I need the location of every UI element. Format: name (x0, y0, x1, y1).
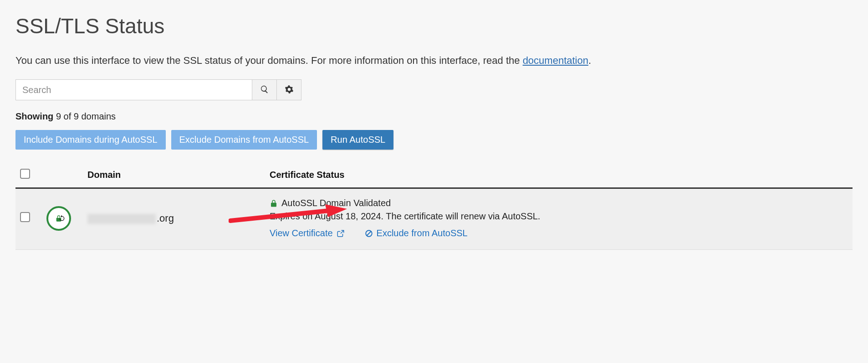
external-link-icon (337, 229, 345, 238)
ssl-status-icon (46, 206, 71, 231)
search-button[interactable] (252, 79, 277, 100)
cert-status-title: AutoSSL Domain Validated (281, 198, 391, 208)
intro-suffix: . (588, 55, 591, 66)
view-cert-label: View Certificate (270, 228, 333, 239)
header-icon-col (43, 163, 84, 188)
header-domain: Domain (84, 163, 266, 188)
domain-tld: .org (157, 213, 174, 224)
intro-text: You can use this interface to view the S… (15, 55, 523, 66)
exclude-from-autossl-link[interactable]: Exclude from AutoSSL (365, 228, 468, 239)
cert-expiry: Expires on August 18, 2024. The certific… (270, 211, 849, 222)
settings-button[interactable] (277, 79, 301, 100)
showing-count: Showing 9 of 9 domains (15, 111, 853, 122)
sync-icon (58, 215, 66, 222)
exclude-domains-button[interactable]: Exclude Domains from AutoSSL (171, 130, 317, 150)
table-row: .org AutoSSL Domain Validated Expires on… (15, 188, 853, 250)
redacted-domain (87, 214, 156, 224)
ban-icon (365, 229, 373, 238)
action-buttons: Include Domains during AutoSSL Exclude D… (15, 130, 853, 150)
svg-line-3 (367, 231, 371, 235)
header-cert-status: Certificate Status (266, 163, 853, 188)
select-all-checkbox[interactable] (20, 169, 30, 179)
search-input[interactable] (15, 79, 252, 100)
gear-icon (285, 85, 294, 95)
view-certificate-link[interactable]: View Certificate (270, 228, 345, 239)
header-checkbox-col (15, 163, 43, 188)
lock-icon (270, 199, 278, 207)
search-icon (260, 85, 269, 95)
domain-name: .org (87, 213, 174, 224)
row-checkbox[interactable] (20, 212, 30, 222)
exclude-label: Exclude from AutoSSL (377, 228, 468, 239)
include-domains-button[interactable]: Include Domains during AutoSSL (15, 130, 166, 150)
search-bar (15, 79, 853, 100)
showing-label: Showing (15, 111, 53, 121)
intro-paragraph: You can use this interface to view the S… (15, 55, 853, 67)
showing-text: 9 of 9 domains (53, 111, 116, 121)
cert-status-line: AutoSSL Domain Validated (270, 198, 849, 208)
page-title: SSL/TLS Status (15, 14, 853, 38)
documentation-link[interactable]: documentation (523, 55, 588, 66)
run-autossl-button[interactable]: Run AutoSSL (322, 130, 393, 150)
domains-table: Domain Certificate Status .org (15, 163, 853, 250)
